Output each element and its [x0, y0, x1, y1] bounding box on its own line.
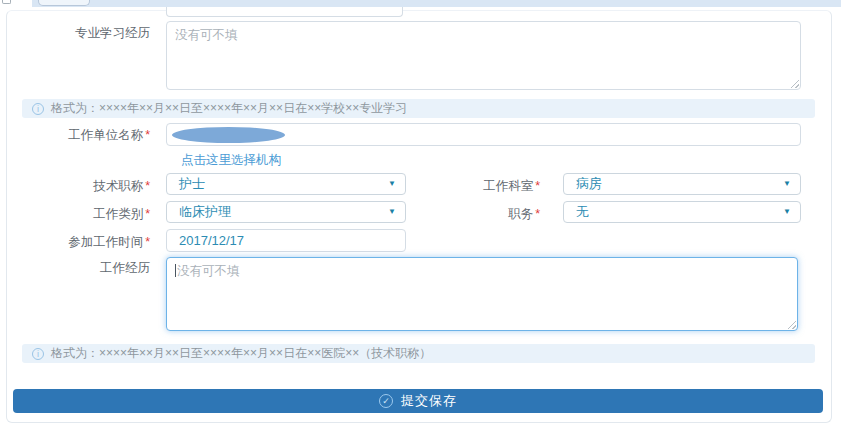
work-start-date-input[interactable]: 2017/12/17 — [166, 229, 406, 252]
work-unit-input[interactable] — [166, 123, 801, 146]
work-experience-label: 工作经历 — [18, 261, 150, 276]
caret-down-icon: ▼ — [783, 180, 791, 188]
work-experience-placeholder: 没有可不填 — [177, 264, 240, 278]
work-experience-textarea[interactable]: 没有可不填 — [166, 257, 798, 331]
check-circle-icon: ✓ — [379, 394, 393, 408]
work-category-label: 工作类别* — [18, 207, 150, 222]
study-format-hint-text: 格式为：××××年××月××日至××××年××月××日在××学校××专业学习 — [51, 100, 407, 117]
study-format-hint-banner: i 格式为：××××年××月××日至××××年××月××日在××学校××专业学习 — [22, 99, 815, 118]
technical-title-value: 护士 — [167, 174, 405, 194]
text-cursor — [175, 264, 176, 277]
required-asterisk: * — [145, 235, 150, 249]
cropped-ui-fragment — [2, 0, 11, 4]
resize-grip-icon[interactable] — [787, 320, 796, 329]
browser-tab-fragment — [38, 0, 90, 6]
caret-down-icon: ▼ — [388, 180, 396, 188]
work-start-date-value: 2017/12/17 — [167, 230, 405, 251]
required-asterisk: * — [145, 207, 150, 221]
form-page: 专业学习经历 没有可不填 i 格式为：××××年××月××日至××××年××月×… — [0, 0, 841, 436]
work-category-select[interactable]: 临床护理 ▼ — [166, 201, 406, 223]
work-department-label: 工作科室* — [418, 179, 540, 194]
work-unit-label: 工作单位名称* — [18, 128, 150, 143]
technical-title-label: 技术职称* — [18, 179, 150, 194]
caret-down-icon: ▼ — [783, 208, 791, 216]
caret-down-icon: ▼ — [388, 208, 396, 216]
submit-save-button[interactable]: ✓ 提交保存 — [13, 389, 823, 413]
resize-grip-icon[interactable] — [790, 79, 799, 88]
technical-title-select[interactable]: 护士 ▼ — [166, 173, 406, 195]
info-icon: i — [32, 348, 44, 360]
study-experience-textarea[interactable]: 没有可不填 — [166, 21, 801, 90]
select-organization-link[interactable]: 点击这里选择机构 — [181, 152, 281, 169]
redaction-blob — [172, 127, 285, 143]
work-format-hint-banner: i 格式为：××××年××月××日至××××年××月××日在××医院××（技术职… — [22, 344, 815, 363]
work-category-value: 临床护理 — [167, 202, 405, 222]
required-asterisk: * — [535, 179, 540, 193]
info-icon: i — [32, 103, 44, 115]
work-start-date-label: 参加工作时间* — [18, 235, 150, 250]
position-select[interactable]: 无 ▼ — [563, 201, 801, 223]
browser-chrome-fragment — [32, 0, 841, 7]
position-value: 无 — [564, 202, 800, 222]
required-asterisk: * — [145, 179, 150, 193]
study-experience-label: 专业学习经历 — [18, 26, 150, 41]
required-asterisk: * — [145, 128, 150, 142]
required-asterisk: * — [535, 207, 540, 221]
submit-save-label: 提交保存 — [401, 392, 457, 410]
work-department-select[interactable]: 病房 ▼ — [563, 173, 801, 195]
position-label: 职务* — [418, 207, 540, 222]
work-department-value: 病房 — [564, 174, 800, 194]
study-experience-placeholder: 没有可不填 — [175, 28, 238, 42]
work-format-hint-text: 格式为：××××年××月××日至××××年××月××日在××医院××（技术职称） — [51, 345, 431, 362]
cropped-input[interactable] — [166, 7, 403, 17]
